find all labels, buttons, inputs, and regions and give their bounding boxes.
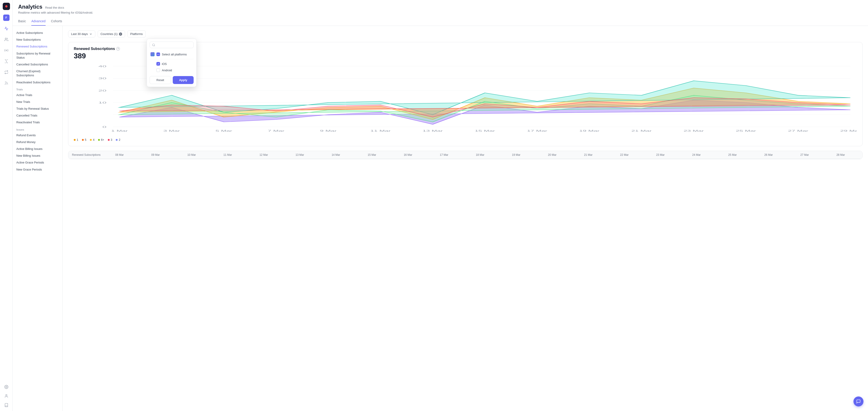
- nav-new-grace-periods[interactable]: New Grace Periods: [13, 166, 62, 173]
- nav-active-grace-periods[interactable]: Active Grace Periods: [13, 159, 62, 166]
- legend-item-5: 5: [82, 138, 87, 142]
- legend-item-6plus: 6+: [98, 138, 104, 142]
- reset-button[interactable]: Reset: [150, 76, 171, 84]
- platforms-filter[interactable]: Platforms: [127, 30, 146, 37]
- page-title: Analytics: [18, 4, 42, 10]
- nav-refund-events[interactable]: Refund Events: [13, 132, 62, 139]
- ab-test-icon[interactable]: [3, 58, 9, 64]
- info-icon[interactable]: ?: [116, 47, 120, 51]
- col-header-17mar: 17 Mar: [426, 153, 462, 156]
- col-header-name: Renewed Subscriptions: [72, 153, 101, 156]
- android-checkbox[interactable]: [156, 68, 160, 72]
- svg-line-6: [154, 46, 155, 46]
- svg-text:15 Mar: 15 Mar: [475, 129, 495, 132]
- col-header-11mar: 11 Mar: [210, 153, 246, 156]
- nav-active-trials[interactable]: Active Trials: [13, 92, 62, 98]
- svg-text:25 Mar: 25 Mar: [736, 129, 756, 132]
- android-label: Android: [162, 68, 172, 72]
- ios-checkbox[interactable]: ✓: [156, 62, 160, 66]
- svg-text:19 Mar: 19 Mar: [579, 129, 599, 132]
- main-content: Analytics Read the docs Realtime metrics…: [13, 0, 868, 411]
- svg-point-1: [6, 50, 7, 51]
- gear-icon[interactable]: [3, 384, 9, 390]
- legend-item-1: 1: [74, 138, 78, 142]
- nav-new-subscriptions[interactable]: New Subscriptions: [13, 36, 62, 43]
- avatar[interactable]: F: [3, 14, 9, 21]
- col-header-18mar: 18 Mar: [462, 153, 498, 156]
- nav-cancelled-trials[interactable]: Cancelled Trials: [13, 112, 62, 119]
- chart-area: Last 30 days Countries (1) × Platforms: [63, 26, 868, 411]
- col-header-12mar: 12 Mar: [246, 153, 282, 156]
- divider: [150, 59, 194, 59]
- svg-text:5 Mar: 5 Mar: [216, 129, 232, 132]
- svg-text:23 Mar: 23 Mar: [684, 129, 704, 132]
- tab-advanced[interactable]: Advanced: [31, 18, 45, 26]
- svg-text:27 Mar: 27 Mar: [788, 129, 808, 132]
- col-header-24mar: 24 Mar: [679, 153, 715, 156]
- apply-button[interactable]: Apply: [173, 76, 194, 84]
- nav-cancelled-subscriptions[interactable]: Cancelled Subscriptions: [13, 61, 62, 68]
- countries-filter[interactable]: Countries (1) ×: [98, 30, 125, 37]
- col-header-20mar: 20 Mar: [534, 153, 570, 156]
- page-subtitle: Realtime metrics with advanced filtering…: [18, 11, 863, 14]
- svg-point-2: [5, 84, 5, 85]
- svg-text:17 Mar: 17 Mar: [527, 129, 547, 132]
- search-icon: [152, 43, 155, 47]
- nav-refund-money[interactable]: Refund Money: [13, 139, 62, 146]
- nav-new-billing-issues[interactable]: New Billing Issues: [13, 152, 62, 159]
- platform-search-input[interactable]: [157, 43, 191, 47]
- android-row[interactable]: Android: [150, 67, 194, 74]
- col-header-28mar: 28 Mar: [823, 153, 859, 156]
- header: Analytics Read the docs Realtime metrics…: [13, 0, 868, 26]
- popup-actions: Reset Apply: [150, 76, 194, 84]
- user-icon[interactable]: [3, 393, 9, 399]
- nav-churned-subscriptions[interactable]: Churned (Expired) Subscriptions: [13, 68, 62, 79]
- col-header-09mar: 09 Mar: [137, 153, 174, 156]
- nav-active-billing-issues[interactable]: Active Billing Issues: [13, 146, 62, 152]
- transfer-icon[interactable]: [3, 69, 9, 76]
- date-range-filter[interactable]: Last 30 days: [68, 30, 95, 37]
- nav-reactivated-subscriptions[interactable]: Reactivated Subscriptions: [13, 79, 62, 86]
- nav-sidebar: Active Subscriptions New Subscriptions R…: [13, 26, 63, 411]
- nav-trials-renewal-status[interactable]: Trials by Renewal Status: [13, 105, 62, 112]
- countries-close-icon[interactable]: ×: [119, 32, 122, 36]
- chat-bubble[interactable]: [854, 397, 864, 407]
- tab-basic[interactable]: Basic: [18, 18, 26, 26]
- icon-sidebar: F: [0, 0, 13, 411]
- book-icon[interactable]: [3, 402, 9, 408]
- settings-icon[interactable]: [3, 47, 9, 54]
- svg-text:9 Mar: 9 Mar: [320, 129, 337, 132]
- nav-reactivated-trials[interactable]: Reactivated Trials: [13, 119, 62, 126]
- col-header-16mar: 16 Mar: [390, 153, 426, 156]
- select-all-label: Select all platforms: [162, 53, 187, 56]
- svg-text:20: 20: [98, 89, 106, 92]
- nav-subs-renewal-status[interactable]: Subscriptions by Renewal Status: [13, 50, 62, 61]
- legend-dot-4: [90, 139, 92, 141]
- tab-bar: Basic Advanced Cohorts: [18, 18, 863, 26]
- col-header-08mar: 08 Mar: [101, 153, 137, 156]
- svg-text:10: 10: [98, 101, 106, 104]
- col-header-14mar: 14 Mar: [318, 153, 354, 156]
- nav-active-subscriptions[interactable]: Active Subscriptions: [13, 30, 62, 36]
- svg-text:1 Mar: 1 Mar: [111, 129, 128, 132]
- chart-icon[interactable]: [3, 25, 9, 32]
- feed-icon[interactable]: [3, 80, 9, 86]
- nav-renewed-subscriptions[interactable]: Renewed Subscriptions: [13, 43, 62, 50]
- docs-link[interactable]: Read the docs: [45, 6, 64, 9]
- svg-point-0: [5, 38, 6, 39]
- legend-dot-3: [108, 139, 110, 141]
- platform-search-box: [150, 41, 194, 48]
- tab-cohorts[interactable]: Cohorts: [51, 18, 62, 26]
- legend-dot-6plus: [98, 139, 100, 141]
- logo-dot: [5, 5, 7, 7]
- select-all-platforms-row[interactable]: — Select all platforms: [150, 51, 194, 58]
- col-header-25mar: 25 Mar: [715, 153, 751, 156]
- users-icon[interactable]: [3, 36, 9, 43]
- svg-point-4: [6, 394, 7, 396]
- select-all-checkbox[interactable]: —: [156, 53, 160, 56]
- nav-new-trials[interactable]: New Trials: [13, 98, 62, 105]
- col-header-26mar: 26 Mar: [750, 153, 786, 156]
- ios-label: iOS: [162, 62, 167, 66]
- ios-row[interactable]: ✓ iOS: [150, 61, 194, 67]
- chart-legend: 1 5 4 6+ 3: [74, 138, 857, 142]
